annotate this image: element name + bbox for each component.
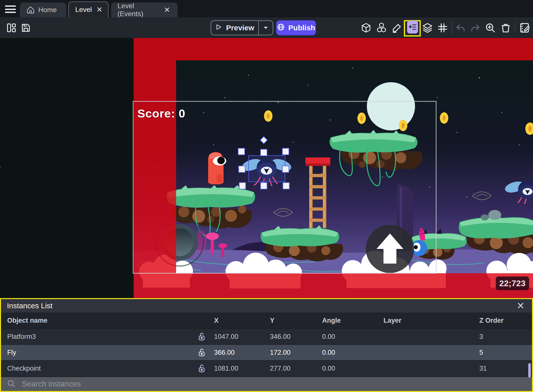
- layers-icon[interactable]: [421, 22, 433, 34]
- instances-table-header: Object name X Y Angle Layer Z Order: [1, 313, 532, 328]
- toolbar-divider: [452, 21, 452, 34]
- caret-down-icon: [263, 25, 269, 31]
- panel-scrollbar-thumb[interactable]: [528, 363, 531, 378]
- tab-level-events[interactable]: Level (Events) ✕: [111, 2, 178, 17]
- cursor-coordinates-badge: 22;723: [496, 276, 529, 290]
- instance-z-order: 5: [479, 349, 532, 356]
- preview-options-button[interactable]: [258, 21, 273, 35]
- scene-render: [0, 38, 533, 298]
- moon: [367, 82, 415, 130]
- instance-y: 346.00: [270, 333, 322, 341]
- instance-x: 366.00: [214, 349, 270, 356]
- instance-angle: 0.00: [322, 349, 383, 356]
- publish-button[interactable]: Publish: [276, 20, 316, 35]
- undo-icon[interactable]: [455, 22, 466, 34]
- instance-row-platform3[interactable]: Platform3 1047.00 346.00 0.00 3: [1, 328, 532, 344]
- platform-middle: [261, 225, 343, 261]
- instance-x: 1047.00: [214, 333, 270, 341]
- edit-scene-icon[interactable]: [519, 22, 531, 34]
- tab-level[interactable]: Level ✕: [68, 1, 109, 17]
- lock-icon[interactable]: [189, 348, 214, 357]
- toolbar-divider: [515, 21, 515, 34]
- close-tab-icon[interactable]: ✕: [163, 6, 171, 14]
- close-tab-icon[interactable]: ✕: [95, 5, 104, 14]
- score-text: Score: 0: [137, 107, 185, 120]
- column-x: X: [214, 317, 270, 324]
- instances-list-icon[interactable]: [407, 21, 419, 33]
- instance-row-fly[interactable]: Fly 366.00 172.00 0.00 5: [1, 344, 532, 360]
- main-menu-button[interactable]: [5, 5, 16, 13]
- home-icon: [26, 6, 35, 14]
- publish-label: Publish: [288, 24, 315, 32]
- scene-editor-viewport[interactable]: Score: 0 22;723: [0, 38, 533, 298]
- tab-label: Level (Events): [117, 2, 159, 18]
- save-icon[interactable]: [20, 22, 32, 34]
- zoom-in-icon[interactable]: [484, 22, 496, 34]
- instances-list-panel: Instances List ✕ Object name X Y Angle L…: [0, 298, 533, 392]
- instance-name: Checkpoint: [7, 365, 189, 372]
- search-icon: [7, 379, 15, 389]
- instance-y: 277.00: [270, 365, 322, 372]
- instance-x: 1081.00: [214, 365, 270, 372]
- instances-search-bar: [1, 377, 532, 391]
- column-layer: Layer: [383, 317, 479, 324]
- instance-z-order: 31: [479, 365, 532, 372]
- preview-label: Preview: [226, 24, 254, 32]
- toolbar: Preview Publish: [0, 17, 533, 38]
- column-y: Y: [270, 317, 322, 324]
- close-panel-icon[interactable]: ✕: [515, 301, 526, 311]
- column-z-order: Z Order: [479, 317, 532, 324]
- play-icon: [215, 24, 222, 32]
- tab-label: Level: [75, 6, 92, 14]
- column-angle: Angle: [322, 317, 383, 324]
- tab-label: Home: [38, 6, 57, 14]
- search-instances-input[interactable]: [22, 380, 526, 389]
- instance-name: Platform3: [7, 333, 189, 341]
- instance-y: 172.00: [270, 349, 322, 356]
- instance-angle: 0.00: [322, 333, 383, 341]
- pencil-icon[interactable]: [391, 22, 403, 34]
- column-object-name: Object name: [7, 317, 189, 324]
- trash-icon[interactable]: [500, 22, 512, 34]
- instance-angle: 0.00: [322, 365, 383, 372]
- instance-z-order: 3: [479, 333, 532, 341]
- redo-icon[interactable]: [469, 22, 481, 34]
- instance-row-checkpoint[interactable]: Checkpoint 1081.00 277.00 0.00 31: [1, 360, 532, 376]
- globe-icon: [277, 23, 285, 33]
- objects-cubes-icon[interactable]: [376, 22, 387, 34]
- grid-icon[interactable]: [437, 22, 449, 34]
- tab-bar: Home Level ✕ Level (Events) ✕: [0, 0, 533, 17]
- cube-3d-icon[interactable]: [360, 22, 372, 34]
- jump-button: [366, 225, 414, 273]
- lock-icon[interactable]: [189, 364, 214, 373]
- instances-panel-header: Instances List ✕: [1, 299, 532, 313]
- tab-home[interactable]: Home: [20, 2, 66, 17]
- layout-icon[interactable]: [5, 22, 17, 34]
- lock-icon[interactable]: [189, 332, 214, 341]
- instances-panel-title: Instances List: [7, 302, 52, 310]
- gdevelop-editor-window: Home Level ✕ Level (Events) ✕ Preview: [0, 0, 533, 392]
- preview-button[interactable]: Preview: [211, 20, 273, 35]
- instance-name: Fly: [7, 349, 189, 356]
